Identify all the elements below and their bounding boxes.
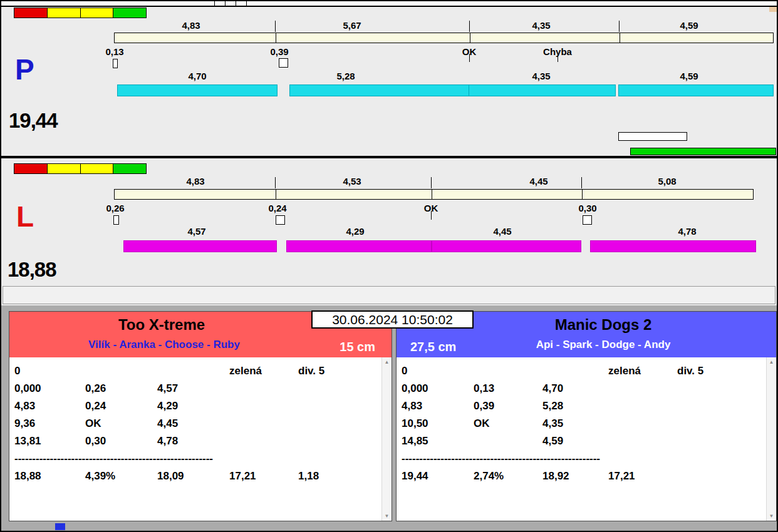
table-row: 4,830,395,28 bbox=[402, 397, 776, 415]
table-row: 19,442,74%18,9217,21 bbox=[402, 468, 776, 485]
table-row: ----------------------------------------… bbox=[14, 450, 392, 468]
jump-height: 27,5 cm bbox=[410, 340, 456, 354]
table-cell: 4,83 bbox=[402, 397, 474, 415]
table-cell: 18,09 bbox=[157, 468, 229, 485]
scale-tick bbox=[431, 177, 432, 188]
team-dogs: Vilík - Aranka - Choose - Ruby bbox=[9, 339, 392, 351]
table-row: 13,810,304,78 bbox=[14, 432, 392, 450]
sensor-indicator-box bbox=[583, 215, 592, 225]
top-tick bbox=[225, 1, 226, 6]
light-yellow-icon bbox=[81, 8, 114, 18]
table-cell: 4,45 bbox=[157, 415, 229, 432]
table-cell: 0,26 bbox=[85, 380, 157, 397]
table-cell: 4,29 bbox=[157, 397, 229, 415]
table-cell: 13,81 bbox=[14, 432, 85, 450]
datetime-display: 30.06.2024 10:50:02 bbox=[311, 310, 474, 329]
table-cell: 10,50 bbox=[402, 415, 474, 432]
run-bar-dog1 bbox=[117, 84, 277, 96]
table-cell: 0 bbox=[14, 362, 85, 380]
sensor-status-label: 0,39 bbox=[251, 46, 308, 58]
top-tick bbox=[246, 1, 247, 6]
sensor-indicator-box bbox=[276, 215, 285, 225]
split-time-label: 5,08 bbox=[639, 176, 695, 187]
table-cell: 5,28 bbox=[542, 397, 608, 415]
table-cell: 0,30 bbox=[85, 432, 157, 450]
scrollbar[interactable]: ▲ ▼ bbox=[766, 357, 776, 521]
table-row: 0,0000,264,57 bbox=[14, 380, 392, 397]
sensor-indicator-box bbox=[113, 215, 119, 225]
table-cell: 17,21 bbox=[229, 468, 298, 485]
light-red-icon bbox=[14, 8, 48, 18]
run-bar-dog2 bbox=[286, 240, 432, 252]
split-time-label: 4,83 bbox=[163, 20, 219, 31]
table-cell: div. 5 bbox=[677, 362, 740, 380]
scale-tick bbox=[470, 33, 470, 43]
table-row: 10,50OK4,35 bbox=[402, 415, 776, 432]
scroll-up-icon[interactable]: ▲ bbox=[769, 359, 774, 365]
app-window: 4,83 5,67 4,35 4,59 0,13 0,39 OK Chyba 4… bbox=[0, 0, 778, 532]
run-bar-dog4 bbox=[590, 240, 756, 252]
table-cell: 19,44 bbox=[402, 468, 474, 485]
table-cell: 0 bbox=[402, 362, 474, 380]
table-cell: 4,39% bbox=[85, 468, 157, 485]
top-tick bbox=[214, 1, 215, 6]
table-cell: 17,21 bbox=[608, 468, 677, 485]
table-row: 0,0000,134,70 bbox=[402, 380, 776, 397]
table-cell: 4,83 bbox=[14, 397, 85, 415]
table-cell: 2,74% bbox=[474, 468, 542, 485]
scale-tick bbox=[432, 189, 432, 200]
team-results-right: 0zelenádiv. 50,0000,134,704,830,395,2810… bbox=[397, 357, 776, 521]
sensor-tick bbox=[469, 54, 470, 62]
lane-letter-l: L bbox=[16, 202, 34, 231]
table-cell: 14,85 bbox=[402, 432, 474, 450]
split-time-label: 5,67 bbox=[324, 20, 380, 31]
scale-tick bbox=[276, 33, 276, 43]
table-row: ----------------------------------------… bbox=[402, 450, 776, 468]
split-time-label: 5,28 bbox=[318, 71, 374, 82]
scroll-down-icon[interactable]: ▼ bbox=[769, 513, 774, 519]
status-field-empty bbox=[3, 286, 775, 304]
jump-height: 15 cm bbox=[340, 340, 375, 354]
start-lights-lane-p bbox=[14, 8, 147, 18]
lane-letter-p: P bbox=[15, 55, 34, 84]
sensor-status-label: 0,24 bbox=[249, 203, 306, 214]
sensor-tick bbox=[431, 211, 432, 220]
run-bar-dog1 bbox=[123, 240, 277, 252]
table-cell: 0,000 bbox=[14, 380, 85, 397]
run-bar-dog2 bbox=[289, 84, 469, 96]
table-cell: ----------------------------------------… bbox=[402, 450, 474, 468]
table-cell: zelená bbox=[229, 362, 298, 380]
table-cell: 4,59 bbox=[542, 432, 608, 450]
sensor-indicator-box bbox=[279, 58, 288, 68]
scrollbar[interactable]: ▲ ▼ bbox=[381, 357, 392, 521]
split-time-label: 4,35 bbox=[513, 71, 569, 82]
run-bar-dog3 bbox=[469, 84, 616, 96]
team-panel-right: Manic Dogs 2 Api - Spark - Dodge - Andy … bbox=[396, 311, 777, 521]
scroll-down-icon[interactable]: ▼ bbox=[385, 513, 390, 519]
table-row: 0zelenádiv. 5 bbox=[402, 362, 776, 380]
split-time-label: 4,70 bbox=[169, 71, 226, 82]
team-results-left: 0zelenádiv. 50,0000,264,574,830,244,299,… bbox=[9, 357, 392, 521]
split-time-label: 4,59 bbox=[661, 20, 717, 31]
split-time-label: 4,35 bbox=[513, 20, 569, 31]
light-yellow-icon bbox=[48, 164, 81, 173]
table-cell: OK bbox=[474, 415, 542, 432]
lane-total-time-l: 18,88 bbox=[8, 259, 56, 280]
table-cell: zelená bbox=[608, 362, 677, 380]
table-cell: ----------------------------------------… bbox=[14, 450, 85, 468]
table-cell: 4,35 bbox=[542, 415, 608, 432]
light-green-icon bbox=[113, 164, 146, 173]
light-green-icon bbox=[113, 8, 146, 18]
green-progress-bar bbox=[630, 148, 776, 155]
scale-tick bbox=[620, 33, 620, 43]
lane-total-time-p: 19,44 bbox=[9, 110, 58, 131]
table-cell: div. 5 bbox=[298, 362, 361, 380]
scale-tick bbox=[469, 21, 470, 32]
split-time-label: 4,78 bbox=[659, 226, 715, 237]
light-yellow-icon bbox=[48, 8, 81, 18]
light-yellow-icon bbox=[81, 164, 114, 173]
scroll-up-icon[interactable]: ▲ bbox=[385, 359, 390, 365]
light-red-icon bbox=[14, 164, 48, 173]
scale-tick bbox=[581, 177, 582, 188]
scale-tick bbox=[275, 21, 276, 32]
